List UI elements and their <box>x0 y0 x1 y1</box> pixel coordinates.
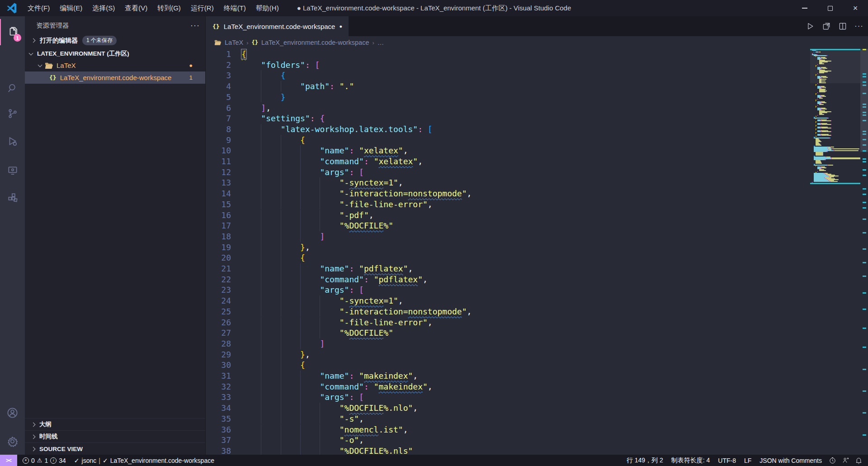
code-line[interactable]: 19 }, <box>206 242 810 253</box>
code-line[interactable]: 14 "-interaction=nonstopmode", <box>206 188 810 199</box>
code-line[interactable]: 30 { <box>206 360 810 371</box>
problems-status[interactable]: × 0 ⚠ 1 i 34 <box>19 455 70 466</box>
cursor-position[interactable]: 行 149，列 2 <box>623 455 667 466</box>
minimap-line <box>831 131 831 132</box>
code-line[interactable]: 33 "args": [ <box>206 392 810 403</box>
breadcrumb-file[interactable]: LaTeX_environment.code-workspace <box>261 39 369 46</box>
code-line[interactable]: 17 "%DOCFILE%" <box>206 220 810 231</box>
activity-source-control-button[interactable] <box>0 100 25 127</box>
run-build-icon[interactable] <box>806 22 815 31</box>
code-editor[interactable]: 1{2 "folders": [3 {4 "path": "."5 }6 ],7… <box>206 49 810 455</box>
settings-button[interactable] <box>0 428 25 454</box>
code-line[interactable]: 10 "name": "xelatex", <box>206 145 810 156</box>
code-line[interactable]: 25 "-interaction=nonstopmode", <box>206 306 810 317</box>
menu-view[interactable]: 查看(V) <box>120 2 152 14</box>
code-text: }, <box>241 242 310 253</box>
notifications-button[interactable] <box>852 455 868 466</box>
code-line[interactable]: 26 "-file-line-error", <box>206 317 810 328</box>
code-line[interactable]: 4 "path": "." <box>206 81 810 92</box>
code-line[interactable]: 12 "args": [ <box>206 167 810 178</box>
scrollbar-overview-ruler[interactable] <box>860 49 868 455</box>
diagnostic-mark <box>863 81 866 83</box>
json-file-icon: {} <box>49 74 57 81</box>
open-editors-section[interactable]: 打开的编辑器 1 个未保存 <box>25 34 205 47</box>
indentation-setting[interactable]: 制表符长度: 4 <box>667 455 714 466</box>
code-line[interactable]: 37 "-o", <box>206 435 810 446</box>
code-line[interactable]: 21 "name": "pdflatex", <box>206 263 810 274</box>
menu-terminal[interactable]: 终端(T) <box>219 2 251 14</box>
diagnostic-mark <box>863 144 866 146</box>
code-line[interactable]: 8 "latex-workshop.latex.tools": [ <box>206 124 810 135</box>
panel-timeline[interactable]: 时间线 <box>25 430 205 442</box>
dirty-indicator-dot[interactable]: ● <box>339 24 342 29</box>
activity-extensions-button[interactable] <box>0 185 25 211</box>
breadcrumb-more[interactable]: … <box>377 39 384 46</box>
code-line[interactable]: 5 } <box>206 92 810 103</box>
feedback-status-button[interactable] <box>839 455 852 466</box>
code-line[interactable]: 22 "command": "pdflatex", <box>206 274 810 285</box>
maximize-button[interactable] <box>817 0 843 16</box>
breadcrumb-folder[interactable]: LaTeX <box>225 39 243 46</box>
code-line[interactable]: 18 ] <box>206 231 810 242</box>
minimap-slider[interactable] <box>810 49 860 83</box>
sidebar-more-actions[interactable]: ··· <box>190 21 200 30</box>
code-line[interactable]: 15 "-file-line-error", <box>206 199 810 210</box>
minimap[interactable] <box>810 49 860 455</box>
code-line[interactable]: 32 "command": "makeindex", <box>206 381 810 392</box>
code-line[interactable]: 16 "-pdf", <box>206 210 810 221</box>
scrollbar-slider[interactable] <box>860 49 868 152</box>
menu-goto[interactable]: 转到(G) <box>152 2 186 14</box>
code-line[interactable]: 24 "-synctex=1", <box>206 295 810 306</box>
code-line[interactable]: 35 "-s", <box>206 414 810 424</box>
menu-edit[interactable]: 编辑(E) <box>55 2 87 14</box>
tree-folder-latex[interactable]: LaTeX ● <box>25 59 205 71</box>
code-line[interactable]: 23 "args": [ <box>206 285 810 295</box>
eol-setting[interactable]: LF <box>740 455 755 466</box>
panel-outline[interactable]: 大纲 <box>25 418 205 430</box>
code-line[interactable]: 34 "%DOCFILE%.nlo", <box>206 403 810 414</box>
tree-file-workspace[interactable]: {} LaTeX_environment.code-workspace 1 <box>25 71 205 84</box>
code-line[interactable]: 11 "command": "xelatex", <box>206 156 810 167</box>
account-button[interactable] <box>0 399 25 426</box>
code-line[interactable]: 7 "settings": { <box>206 113 810 124</box>
diagnostic-mark <box>863 114 866 116</box>
code-line[interactable]: 38 "%DOCFILE%.nls" <box>206 446 810 455</box>
menu-selection[interactable]: 选择(S) <box>87 2 120 14</box>
workspace-section-header[interactable]: LATEX_ENVIRONMENT (工作区) <box>25 48 205 59</box>
more-actions-icon[interactable]: ··· <box>854 22 863 31</box>
code-line[interactable]: 13 "-synctex=1", <box>206 177 810 188</box>
remote-indicator[interactable]: >< <box>0 455 17 466</box>
code-line[interactable]: 31 "name": "makeindex", <box>206 371 810 381</box>
code-line[interactable]: 36 "nomencl.ist", <box>206 424 810 435</box>
panel-source-view[interactable]: SOURCE VIEW <box>25 442 205 455</box>
lang-check-status[interactable]: ✓ jsonc | ✓ LaTeX_environment.code-works… <box>70 455 218 466</box>
encoding-setting[interactable]: UTF-8 <box>714 455 740 466</box>
code-line[interactable]: 28 ] <box>206 338 810 349</box>
language-mode[interactable]: JSON with Comments <box>755 455 826 466</box>
menu-run[interactable]: 运行(R) <box>186 2 219 14</box>
open-changes-icon[interactable] <box>822 22 831 31</box>
minimap-line <box>817 99 818 100</box>
activity-run-debug-button[interactable] <box>0 128 25 155</box>
code-line[interactable]: 9 { <box>206 135 810 146</box>
activity-remote-explorer-button[interactable] <box>0 157 25 184</box>
split-editor-icon[interactable] <box>838 22 847 31</box>
minimize-button[interactable] <box>792 0 817 16</box>
close-button[interactable]: × <box>843 0 868 16</box>
tab-workspace-file[interactable]: {} LaTeX_environment.code-workspace ● <box>206 16 349 36</box>
code-line[interactable]: 6 ], <box>206 103 810 114</box>
minimap-line <box>816 93 816 94</box>
minimap-line <box>821 145 821 146</box>
minimap-line <box>817 92 818 93</box>
code-line[interactable]: 2 "folders": [ <box>206 60 810 71</box>
code-line[interactable]: 27 "%DOCFILE%" <box>206 328 810 338</box>
timer-status-button[interactable] <box>826 455 839 466</box>
activity-search-button[interactable] <box>0 75 25 101</box>
code-line[interactable]: 20 { <box>206 252 810 263</box>
activity-explorer-button[interactable]: 1 <box>0 19 25 45</box>
menu-file[interactable]: 文件(F) <box>23 2 55 14</box>
code-line[interactable]: 3 { <box>206 70 810 81</box>
code-line[interactable]: 1{ <box>206 49 810 60</box>
code-line[interactable]: 29 }, <box>206 349 810 360</box>
menu-help[interactable]: 帮助(H) <box>251 2 284 14</box>
